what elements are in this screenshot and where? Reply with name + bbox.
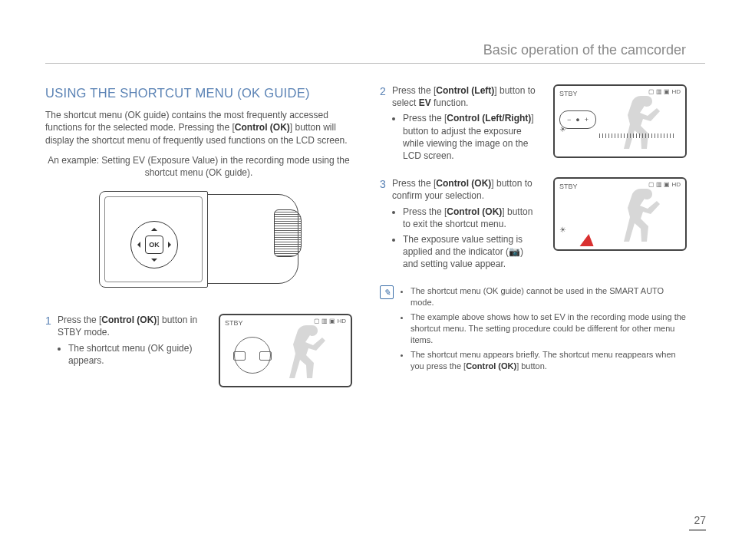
step-3: 3 Press the [Control (OK)] button to con…	[380, 177, 687, 278]
camcorder-illustration: OK	[99, 186, 298, 301]
note-1: The shortcut menu (OK guide) cannot be u…	[411, 285, 687, 308]
red-arrow-icon	[580, 234, 596, 246]
ok-button-label: OK	[145, 236, 163, 254]
ev-minus-icon: −	[567, 115, 571, 124]
ev-scale-bar	[599, 133, 676, 138]
page-number: 27	[694, 514, 706, 526]
ev-sun-icon: ☀	[559, 124, 566, 135]
step-1: 1 Press the [Control (OK)] button in STB…	[45, 314, 352, 387]
note-block: ✎ The shortcut menu (OK guide) cannot be…	[380, 285, 687, 374]
ev-dot-icon: ●	[575, 115, 579, 124]
note-2: The example above shows how to set EV in…	[411, 311, 687, 346]
lcd-screenshot-2: STBY ▢ ▥ ▣ HD − ● + ☀	[553, 84, 687, 158]
s2b-a: Press the [	[403, 113, 447, 124]
step-3-bullet-1: Press the [Control (OK)] button to exit …	[403, 206, 541, 230]
lcd-screenshot-1: STBY ▢ ▥ ▣ HD	[219, 314, 352, 387]
header-rule	[45, 63, 705, 64]
lcd3-ev-icon: ☀	[559, 225, 566, 236]
note3-c: ] button.	[516, 361, 547, 371]
intro-bold: Control (OK)	[235, 122, 290, 133]
silhouette-icon	[289, 321, 328, 380]
s2b-bold: Control (Left/Right)	[447, 113, 531, 124]
s3b1-bold: Control (OK)	[447, 206, 502, 217]
ev-plus-icon: +	[585, 115, 589, 124]
lcd-screenshot-3: STBY ▢ ▥ ▣ HD ☀	[553, 177, 687, 251]
dpad-left-icon	[134, 242, 140, 248]
step2-e: function.	[431, 97, 469, 108]
note3-bold: Control (OK)	[466, 361, 516, 371]
step-3-bullet-2: The exposure value setting is applied an…	[403, 233, 541, 271]
dpad-down-icon	[151, 259, 157, 265]
step3-a: Press the [	[392, 178, 436, 189]
shortcut-ring-icon	[234, 337, 271, 374]
step-3-body: Press the [Control (OK)] button to confi…	[392, 177, 541, 273]
step-3-number: 3	[380, 177, 392, 273]
note-icon: ✎	[380, 285, 394, 299]
step2-ev: EV	[419, 97, 431, 108]
lcd2-stby: STBY	[559, 89, 578, 98]
camcorder-screen: OK	[99, 191, 208, 288]
ok-control-pad: OK	[130, 221, 178, 268]
camcorder-lens	[274, 209, 302, 257]
speaker-grille	[223, 212, 269, 232]
silhouette-icon	[624, 185, 662, 243]
silhouette-icon	[624, 92, 662, 150]
section-title: USING THE SHORTCUT MENU (OK GUIDE)	[45, 84, 352, 101]
page-number-rule	[689, 529, 706, 531]
step-2-bullet: Press the [Control (Left/Right)] button …	[403, 112, 541, 162]
left-column: USING THE SHORTCUT MENU (OK GUIDE) The s…	[45, 84, 352, 387]
lcd1-stby: STBY	[225, 318, 243, 328]
step-1-number: 1	[45, 314, 58, 370]
step-1-bullet: The shortcut menu (OK guide) appears.	[68, 342, 206, 367]
s3b1-a: Press the [	[403, 206, 447, 217]
step-1-body: Press the [Control (OK)] button in STBY …	[58, 314, 206, 370]
step-2-number: 2	[380, 84, 392, 165]
right-column: 2 Press the [Control (Left)] button to s…	[380, 84, 687, 387]
page-header: Basic operation of the camcorder	[483, 42, 686, 58]
dpad-up-icon	[151, 225, 157, 231]
dpad-right-icon	[168, 242, 174, 248]
note-3: The shortcut menu appears briefly. The s…	[411, 349, 687, 372]
step-1-a: Press the [	[58, 315, 101, 325]
step-1-bold: Control (OK)	[101, 315, 157, 325]
step-2-body: Press the [Control (Left)] button to sel…	[392, 84, 541, 165]
lcd3-stby: STBY	[559, 182, 578, 191]
step-2: 2 Press the [Control (Left)] button to s…	[380, 84, 687, 170]
step3-bold: Control (OK)	[436, 178, 491, 189]
step2-bold: Control (Left)	[436, 85, 494, 96]
step2-a: Press the [	[392, 85, 436, 96]
content-area: USING THE SHORTCUT MENU (OK GUIDE) The s…	[45, 84, 690, 387]
example-paragraph: An example: Setting EV (Exposure Value) …	[45, 154, 352, 179]
intro-paragraph: The shortcut menu (OK guide) contains th…	[45, 109, 352, 147]
